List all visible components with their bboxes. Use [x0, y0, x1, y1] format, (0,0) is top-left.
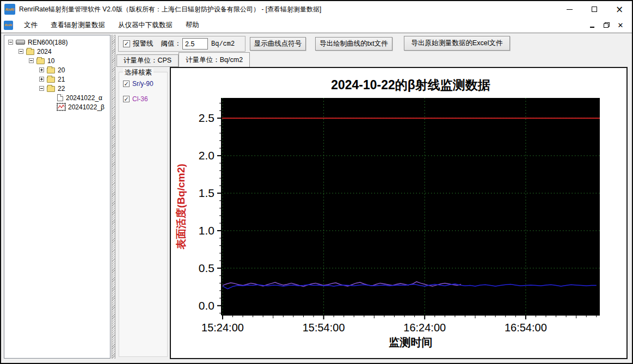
x-axis-title: 监测时间 [389, 336, 433, 348]
nuclide-selector-group: 选择核素 ✓Sr/y-90✓Cl-36 [119, 72, 168, 357]
tree-node-label: 2024 [37, 48, 52, 55]
window-title: RenriRate辐射剂量管理软件 V2.0版（版权所有：上海仁日辐射防护设备有… [19, 5, 321, 14]
nuclide-item-Cl-36: ✓Cl-36 [123, 95, 167, 103]
tree-node-label: 21 [58, 76, 65, 83]
nuclide-items: ✓Sr/y-90✓Cl-36 [119, 80, 167, 103]
threshold-unit-label: Bq/cm2 [211, 40, 235, 48]
show-curve-points-button[interactable]: 显示曲线点符号 [250, 37, 306, 51]
tree-node-label: 20 [58, 66, 65, 74]
nuclide-checkbox-Cl-36[interactable]: ✓ [123, 96, 130, 102]
mdi-minimize-icon [590, 27, 594, 28]
minimize-icon [567, 9, 573, 10]
nuclide-item-Sr/y-90: ✓Sr/y-90 [123, 80, 167, 88]
menu-item-0[interactable]: 文件 [17, 17, 44, 33]
y-axis-title: 表面活度(Bq/cm2) [175, 164, 187, 250]
tree-node-20241022_β[interactable]: 20241022_β [4, 102, 110, 112]
app-logo-icon: RnRi [4, 4, 15, 15]
minimize-button[interactable] [557, 1, 582, 17]
y-tick-label: 1.5 [199, 187, 214, 199]
nuclide-label: Sr/y-90 [132, 80, 153, 88]
mdi-close-button[interactable]: ✕ [614, 20, 626, 30]
menu-item-1[interactable]: 查看辐射测量数据 [44, 17, 112, 33]
folder-icon [26, 48, 34, 55]
x-tick-label: 16:24:00 [403, 322, 446, 334]
chart-title: 2024-10-22的β射线监测数据 [331, 78, 490, 92]
menu-item-2[interactable]: 从仪器中下载数据 [112, 17, 179, 33]
mdi-restore-icon [604, 22, 610, 28]
folder-icon [47, 76, 55, 83]
collapse-icon[interactable] [8, 40, 13, 45]
threshold-label: 阈值： [161, 39, 182, 48]
document-icon [57, 94, 63, 101]
nuclide-label: Cl-36 [132, 95, 148, 103]
app-window: RnRi RenriRate辐射剂量管理软件 V2.0版（版权所有：上海仁日辐射… [0, 0, 633, 364]
mdi-window-controls: ✕ [586, 20, 632, 30]
mdi-close-icon: ✕ [618, 22, 624, 29]
menu-items: 文件查看辐射测量数据从仪器中下载数据帮助 [17, 17, 206, 33]
close-button[interactable]: × [607, 1, 632, 17]
title-bar: RnRi RenriRate辐射剂量管理软件 V2.0版（版权所有：上海仁日辐射… [1, 1, 632, 17]
nuclide-checkbox-Sr/y-90[interactable]: ✓ [123, 81, 130, 87]
expand-icon[interactable] [39, 77, 44, 82]
alarm-line-checkbox[interactable]: ✓ [123, 40, 130, 47]
expand-icon[interactable] [39, 67, 44, 72]
collapse-icon[interactable] [39, 86, 44, 91]
y-tick-label: 0.5 [199, 262, 214, 274]
tree-node-10[interactable]: 10 [4, 56, 110, 65]
tree-node-22[interactable]: 22 [4, 84, 110, 93]
folder-icon [47, 85, 55, 92]
tree-node-label: 10 [47, 57, 54, 65]
y-tick-label: 2.5 [199, 112, 214, 124]
tree-node-20241022_α[interactable]: 20241022_α [4, 93, 110, 102]
tree-node-label: 22 [58, 85, 65, 92]
close-icon: × [616, 5, 623, 14]
export-txt-button[interactable]: 导出绘制曲线的txt文件 [315, 37, 392, 51]
monitor-chart: 0.00.51.01.52.02.515:24:0015:54:0016:24:… [171, 68, 626, 358]
window-controls: × [557, 1, 632, 17]
tree-node-label: 20241022_α [66, 94, 102, 102]
tab-unit-0[interactable]: 计量单位：CPS [116, 54, 179, 67]
plot-area [222, 98, 600, 315]
alarm-line-label: 报警线 [133, 39, 153, 48]
device-tree-panel: REN600(188)20241020212220241022_α2024102… [4, 35, 110, 359]
alarm-line-panel: ✓ 报警线 阈值： Bq/cm2 [118, 36, 245, 52]
tree-node-21[interactable]: 21 [4, 75, 110, 84]
tree-node-20[interactable]: 20 [4, 65, 110, 75]
y-tick-label: 0.0 [199, 299, 214, 312]
tree-node-label: REN600(188) [28, 39, 67, 46]
chart-file-icon [57, 103, 65, 110]
x-tick-label: 15:24:00 [201, 322, 244, 334]
maximize-icon [592, 7, 597, 12]
nuclide-group-title: 选择核素 [123, 68, 153, 77]
y-tick-label: 1.0 [199, 224, 214, 237]
monitor-chart-panel: 0.00.51.01.52.02.515:24:0015:54:0016:24:… [170, 67, 628, 359]
device-icon [16, 40, 25, 45]
folder-icon [47, 66, 55, 73]
maximize-button[interactable] [582, 1, 607, 17]
collapse-icon[interactable] [19, 49, 23, 54]
export-excel-button[interactable]: 导出原始测量数据的Excel文件 [404, 36, 510, 51]
tree-node-label: 20241022_β [68, 103, 105, 111]
threshold-input[interactable] [182, 38, 208, 50]
tab-unit-1[interactable]: 计量单位：Bq/cm2 [179, 52, 250, 67]
x-tick-label: 15:54:00 [303, 322, 345, 334]
x-tick-label: 16:54:00 [505, 322, 547, 334]
mdi-minimize-button[interactable] [586, 20, 598, 30]
panel-splitter[interactable] [112, 35, 115, 359]
unit-tabs: 计量单位：CPS计量单位：Bq/cm2 [116, 52, 250, 67]
y-tick-label: 2.0 [199, 149, 214, 162]
folder-icon [36, 57, 45, 64]
mdi-restore-button[interactable] [600, 20, 612, 30]
tree-node-2024[interactable]: 2024 [4, 47, 110, 56]
menu-item-3[interactable]: 帮助 [179, 17, 206, 33]
mdi-child-icon: RnRi [4, 21, 13, 30]
menu-bar: RnRi 文件查看辐射测量数据从仪器中下载数据帮助 ✕ [1, 17, 632, 33]
tree-node-REN600(188)[interactable]: REN600(188) [4, 38, 110, 47]
collapse-icon[interactable] [29, 58, 34, 63]
